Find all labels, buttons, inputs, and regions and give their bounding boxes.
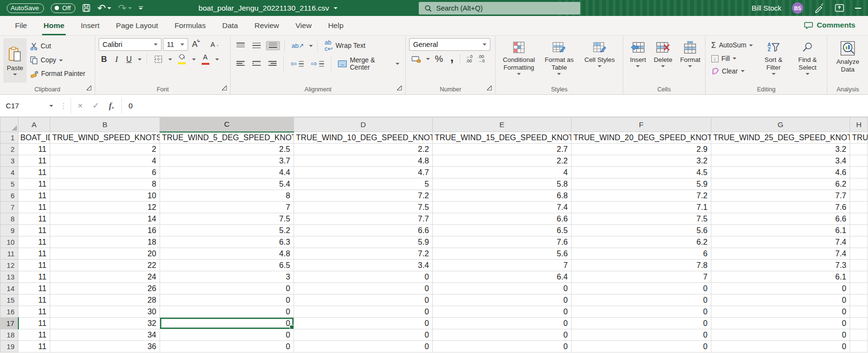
cell-C6[interactable]: 8 [160, 190, 294, 202]
cell-F18[interactable]: 0 [572, 329, 711, 341]
cell-D6[interactable]: 7.2 [294, 190, 433, 202]
undo-button[interactable]: ↶ [97, 3, 111, 13]
cell-C18[interactable]: 0 [160, 329, 294, 341]
top-align-button[interactable] [234, 42, 247, 50]
cell-H5[interactable] [850, 178, 868, 190]
row-header-4[interactable]: 4 [0, 167, 18, 178]
column-header-a[interactable]: A [18, 118, 50, 132]
cell-E10[interactable]: 7.6 [433, 236, 572, 248]
tab-home[interactable]: Home [35, 16, 73, 35]
cell-D16[interactable]: 0 [294, 306, 433, 318]
autosave-switch[interactable]: Off [51, 3, 76, 13]
cell-E11[interactable]: 5.6 [433, 248, 572, 260]
analyze-data-button[interactable]: Analyze Data [831, 38, 865, 74]
cell-D4[interactable]: 4.7 [294, 167, 433, 178]
cell-E7[interactable]: 7.4 [433, 202, 572, 213]
header-cell[interactable]: TRUE_WIND_15_DEG_SPEED_KNOTS [433, 132, 572, 144]
cell-C10[interactable]: 6.3 [160, 236, 294, 248]
cell-A7[interactable]: 11 [18, 202, 50, 213]
cell-E6[interactable]: 6.8 [433, 190, 572, 202]
row-header-14[interactable]: 14 [0, 283, 18, 294]
orientation-button[interactable]: ab↗ [289, 41, 306, 50]
comma-style-button[interactable]: , [448, 54, 456, 60]
column-header-d[interactable]: D [294, 118, 433, 132]
cell-E8[interactable]: 6.6 [433, 213, 572, 225]
cell-A17[interactable]: 11 [18, 318, 50, 329]
cell-E9[interactable]: 6.5 [433, 225, 572, 236]
row-header-15[interactable]: 15 [0, 294, 18, 306]
cell-B19[interactable]: 36 [50, 341, 160, 353]
cell-B9[interactable]: 16 [50, 225, 160, 236]
cell-C7[interactable]: 7 [160, 202, 294, 213]
cell-A10[interactable]: 11 [18, 236, 50, 248]
accounting-format-button[interactable] [409, 55, 424, 64]
cell-G13[interactable]: 6.1 [711, 271, 850, 283]
dialog-launcher-icon[interactable] [222, 86, 227, 90]
bottom-align-button[interactable] [266, 41, 280, 50]
underline-button[interactable]: U [124, 54, 134, 65]
cell-D12[interactable]: 3.4 [294, 260, 433, 271]
cell-E2[interactable]: 2.7 [433, 144, 572, 155]
header-cell[interactable]: TRUE_WIND_SPEED_KNOTS [50, 132, 160, 144]
format-cells-button[interactable]: Format [677, 38, 704, 68]
borders-dropdown-icon[interactable] [168, 59, 172, 60]
borders-button[interactable] [152, 54, 165, 64]
column-header-f[interactable]: F [572, 118, 711, 132]
column-header-h[interactable]: H [850, 118, 868, 132]
save-button[interactable] [82, 4, 90, 12]
decrease-indent-button[interactable]: ⇦ [288, 59, 306, 69]
cell-B13[interactable]: 24 [50, 271, 160, 283]
cell-B5[interactable]: 8 [50, 178, 160, 190]
cell-B3[interactable]: 4 [50, 155, 160, 167]
copy-button[interactable]: Copy [28, 55, 88, 66]
cell-A2[interactable]: 11 [18, 144, 50, 155]
formula-bar-grip[interactable]: ⋮ [57, 102, 71, 110]
cell-D3[interactable]: 4.8 [294, 155, 433, 167]
cell-E19[interactable]: 0 [433, 341, 572, 353]
user-name[interactable]: Bill Stock [751, 4, 781, 12]
row-header-1[interactable]: 1 [0, 132, 18, 144]
cut-button[interactable]: Cut [28, 41, 88, 52]
cell-H11[interactable] [850, 248, 868, 260]
cell-F6[interactable]: 7.2 [572, 190, 711, 202]
cell-G2[interactable]: 3.2 [711, 144, 850, 155]
header-cell[interactable]: TRUE_WIND_10_DEG_SPEED_KNOTS [294, 132, 433, 144]
header-cell[interactable]: TRUE_WIND_5_DEG_SPEED_KNOTS [160, 132, 294, 144]
cell-C13[interactable]: 3 [160, 271, 294, 283]
cell-G3[interactable]: 3.4 [711, 155, 850, 167]
row-header-6[interactable]: 6 [0, 190, 18, 202]
cell-G7[interactable]: 7.6 [711, 202, 850, 213]
merge-center-button[interactable]: ↔ Merge & Center [336, 55, 402, 73]
cell-G9[interactable]: 6.1 [711, 225, 850, 236]
row-header-5[interactable]: 5 [0, 178, 18, 190]
middle-align-button[interactable] [250, 42, 263, 50]
bold-button[interactable]: B [99, 54, 109, 65]
row-header-18[interactable]: 18 [0, 329, 18, 341]
tab-view[interactable]: View [287, 16, 320, 35]
cell-C9[interactable]: 5.2 [160, 225, 294, 236]
cell-H14[interactable] [850, 283, 868, 294]
cell-F10[interactable]: 6.2 [572, 236, 711, 248]
cell-H18[interactable] [850, 329, 868, 341]
pen-mode-icon[interactable] [814, 3, 824, 13]
comments-button[interactable]: Comments [799, 19, 860, 31]
decrease-decimal-button[interactable]: .00→0 [476, 54, 486, 64]
italic-button[interactable]: I [113, 54, 120, 65]
cell-E15[interactable]: 0 [433, 294, 572, 306]
row-header-17[interactable]: 17 [0, 318, 18, 329]
cell-H6[interactable] [850, 190, 868, 202]
cancel-button[interactable]: × [78, 101, 83, 111]
tab-review[interactable]: Review [246, 16, 287, 35]
avatar[interactable]: BS [792, 2, 803, 14]
format-as-table-button[interactable]: Format as Table [540, 38, 579, 76]
cell-A3[interactable]: 11 [18, 155, 50, 167]
cell-G6[interactable]: 7.7 [711, 190, 850, 202]
cell-F13[interactable]: 7 [572, 271, 711, 283]
format-painter-button[interactable]: Format Painter [28, 69, 88, 79]
dialog-launcher-icon[interactable] [487, 86, 492, 90]
cell-E17[interactable]: 0 [433, 318, 572, 329]
row-header-2[interactable]: 2 [0, 144, 18, 155]
align-center-button[interactable] [250, 60, 263, 68]
tab-help[interactable]: Help [320, 16, 352, 35]
cell-C19[interactable]: 0 [160, 341, 294, 353]
